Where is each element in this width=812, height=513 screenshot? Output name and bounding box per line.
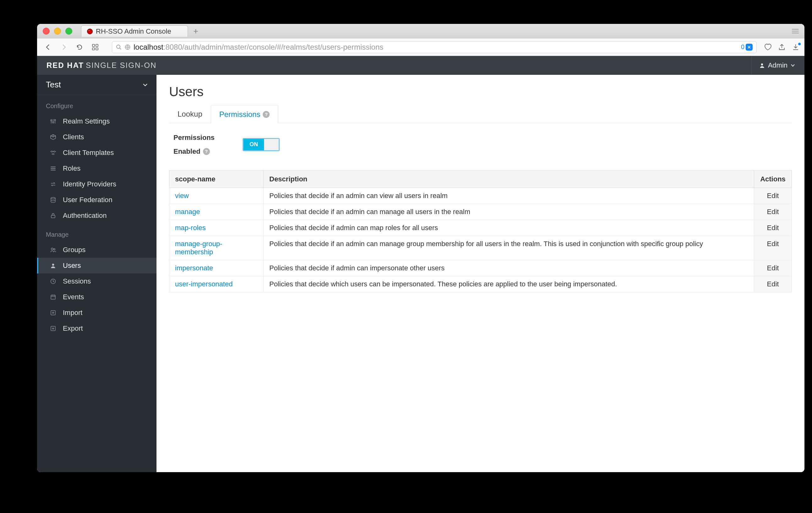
sidebar-item-label: Events xyxy=(63,293,84,301)
svg-point-7 xyxy=(51,120,52,121)
chevron-down-icon xyxy=(791,63,795,67)
minimize-window-button[interactable] xyxy=(54,28,61,35)
brand-logo[interactable]: RED HAT SINGLE SIGN-ON xyxy=(47,61,156,70)
scope-link[interactable]: manage xyxy=(169,204,264,220)
table-row: map-rolesPolicies that decide if admin c… xyxy=(169,220,792,236)
sidebar-item-identity-providers[interactable]: Identity Providers xyxy=(37,176,156,192)
tab-lookup[interactable]: Lookup xyxy=(169,105,211,123)
user-menu[interactable]: Admin xyxy=(751,56,795,75)
address-bar[interactable]: localhost:8080/auth/admin/master/console… xyxy=(112,41,757,53)
database-icon xyxy=(49,197,57,203)
col-scope-name: scope-name xyxy=(169,170,264,188)
table-row: manage-group-membershipPolicies that dec… xyxy=(169,236,792,260)
svg-point-12 xyxy=(51,248,53,250)
url-path: :8080/auth/admin/master/console/#/realms… xyxy=(164,43,383,51)
svg-rect-1 xyxy=(96,44,98,47)
sidebar-item-user-federation[interactable]: User Federation xyxy=(37,192,156,208)
table-row: user-impersonatedPolicies that decide wh… xyxy=(169,276,792,292)
sidebar-item-authentication[interactable]: Authentication xyxy=(37,208,156,224)
tab-label: Permissions xyxy=(219,110,261,119)
close-window-button[interactable] xyxy=(43,28,50,35)
export-icon xyxy=(49,325,57,332)
scope-description: Policies that decide which users can be … xyxy=(264,276,754,292)
edit-button[interactable]: Edit xyxy=(754,236,792,260)
section-manage-label: Manage xyxy=(37,224,156,242)
browser-toolbar: localhost:8080/auth/admin/master/console… xyxy=(37,38,805,56)
sidebar-item-sessions[interactable]: Sessions xyxy=(37,274,156,289)
scope-link[interactable]: map-roles xyxy=(169,220,264,236)
scope-link[interactable]: user-impersonated xyxy=(169,276,264,292)
browser-window: RH-SSO Admin Console ＋ lo xyxy=(37,24,805,472)
scope-link[interactable]: view xyxy=(169,188,264,204)
url-bar-right: 0 ✕ xyxy=(741,44,753,51)
edit-button[interactable]: Edit xyxy=(754,220,792,236)
url-host: localhost xyxy=(134,43,164,51)
realm-name: Test xyxy=(46,80,61,90)
permissions-enabled-toggle[interactable]: ON xyxy=(242,138,280,151)
edit-button[interactable]: Edit xyxy=(754,260,792,276)
chevron-down-icon xyxy=(143,82,148,87)
sidebar-item-clients[interactable]: Clients xyxy=(37,129,156,145)
sidebar-item-realm-settings[interactable]: Realm Settings xyxy=(37,113,156,129)
scope-link[interactable]: manage-group-membership xyxy=(169,236,264,260)
edit-button[interactable]: Edit xyxy=(754,188,792,204)
scope-description: Policies that decide if an admin can vie… xyxy=(264,188,754,204)
table-row: impersonatePolicies that decide if admin… xyxy=(169,260,792,276)
section-configure-label: Configure xyxy=(37,95,156,113)
cubes-icon xyxy=(49,150,57,156)
back-button[interactable] xyxy=(42,41,54,53)
tab-permissions[interactable]: Permissions ? xyxy=(211,105,279,123)
forward-button[interactable] xyxy=(58,41,70,53)
sidebar-item-label: Import xyxy=(63,309,82,317)
url-text: localhost:8080/auth/admin/master/console… xyxy=(134,43,383,52)
help-icon[interactable]: ? xyxy=(263,111,270,118)
realm-selector[interactable]: Test xyxy=(37,75,156,95)
tab-overflow-icon[interactable] xyxy=(790,26,801,36)
list-icon xyxy=(49,165,57,172)
apps-grid-icon[interactable] xyxy=(89,41,101,53)
browser-tab-title: RH-SSO Admin Console xyxy=(96,27,171,35)
site-info-icon[interactable] xyxy=(125,44,130,50)
sidebar-item-export[interactable]: Export xyxy=(37,321,156,336)
scope-description: Policies that decide if an admin can man… xyxy=(264,236,754,260)
help-icon[interactable]: ? xyxy=(203,148,210,155)
calendar-icon xyxy=(49,294,57,300)
svg-rect-2 xyxy=(92,48,94,50)
app-header: RED HAT SINGLE SIGN-ON Admin xyxy=(37,56,805,75)
new-tab-button[interactable]: ＋ xyxy=(191,26,201,36)
toggle-on-label: ON xyxy=(243,139,264,150)
favorite-icon[interactable] xyxy=(763,43,772,51)
browser-tab-bar: RH-SSO Admin Console ＋ xyxy=(37,24,805,38)
svg-point-10 xyxy=(51,197,55,199)
app-body: Test Configure Realm Settings Clients Cl… xyxy=(37,75,805,472)
maximize-window-button[interactable] xyxy=(65,28,72,35)
sidebar-item-client-templates[interactable]: Client Templates xyxy=(37,145,156,161)
sidebar-item-users[interactable]: Users xyxy=(37,258,156,274)
scope-link[interactable]: impersonate xyxy=(169,260,264,276)
svg-rect-11 xyxy=(51,215,55,218)
sidebar-item-label: Sessions xyxy=(63,277,91,285)
import-icon xyxy=(49,310,57,316)
sidebar-item-label: Users xyxy=(63,261,81,270)
sidebar-item-groups[interactable]: Groups xyxy=(37,242,156,258)
sidebar-item-label: User Federation xyxy=(63,196,113,204)
svg-point-9 xyxy=(54,119,56,121)
sidebar-item-roles[interactable]: Roles xyxy=(37,161,156,176)
downloads-icon[interactable] xyxy=(792,44,800,51)
sidebar-item-import[interactable]: Import xyxy=(37,305,156,321)
svg-rect-16 xyxy=(51,295,55,299)
browser-tab[interactable]: RH-SSO Admin Console xyxy=(81,25,188,37)
tracker-count: 0 xyxy=(741,44,745,51)
lock-icon xyxy=(49,212,57,219)
edit-button[interactable]: Edit xyxy=(754,276,792,292)
reload-button[interactable] xyxy=(74,41,85,53)
redhat-favicon-icon xyxy=(87,29,93,34)
share-icon[interactable] xyxy=(778,44,786,51)
user-icon xyxy=(49,262,57,269)
cube-icon xyxy=(49,134,57,140)
tracker-shield[interactable]: 0 ✕ xyxy=(741,44,753,51)
toggle-knob xyxy=(264,139,279,150)
edit-button[interactable]: Edit xyxy=(754,204,792,220)
clock-icon xyxy=(49,278,57,284)
sidebar-item-events[interactable]: Events xyxy=(37,289,156,305)
